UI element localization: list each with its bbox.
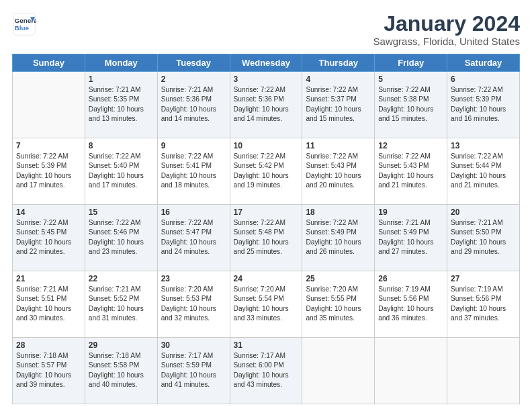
day-number: 23 xyxy=(161,274,226,283)
day-number: 16 xyxy=(161,208,226,217)
day-info: Sunrise: 7:22 AM Sunset: 5:47 PM Dayligh… xyxy=(161,218,226,257)
day-number: 24 xyxy=(234,274,299,283)
table-row: 21Sunrise: 7:21 AM Sunset: 5:51 PM Dayli… xyxy=(13,271,85,338)
day-number: 22 xyxy=(89,274,154,283)
day-info: Sunrise: 7:21 AM Sunset: 5:51 PM Dayligh… xyxy=(16,285,81,323)
table-row: 30Sunrise: 7:17 AM Sunset: 5:59 PM Dayli… xyxy=(157,338,230,404)
day-info: Sunrise: 7:20 AM Sunset: 5:53 PM Dayligh… xyxy=(161,285,226,323)
day-info: Sunrise: 7:21 AM Sunset: 5:36 PM Dayligh… xyxy=(161,85,226,124)
table-row: 6Sunrise: 7:22 AM Sunset: 5:39 PM Daylig… xyxy=(447,72,520,138)
table-row xyxy=(13,72,85,138)
day-number: 21 xyxy=(16,274,81,283)
day-info: Sunrise: 7:22 AM Sunset: 5:39 PM Dayligh… xyxy=(16,152,81,190)
day-number: 19 xyxy=(378,208,443,217)
day-info: Sunrise: 7:19 AM Sunset: 5:56 PM Dayligh… xyxy=(451,285,516,323)
day-info: Sunrise: 7:22 AM Sunset: 5:45 PM Dayligh… xyxy=(16,218,81,257)
header-sunday: Sunday xyxy=(13,54,85,72)
day-info: Sunrise: 7:22 AM Sunset: 5:43 PM Dayligh… xyxy=(378,152,443,190)
day-number: 2 xyxy=(161,75,226,84)
day-number: 20 xyxy=(451,208,516,217)
logo: General Blue xyxy=(12,12,36,36)
table-row: 31Sunrise: 7:17 AM Sunset: 6:00 PM Dayli… xyxy=(230,338,302,404)
day-number: 13 xyxy=(451,141,516,150)
table-row: 8Sunrise: 7:22 AM Sunset: 5:40 PM Daylig… xyxy=(85,138,157,205)
calendar-week-row: 21Sunrise: 7:21 AM Sunset: 5:51 PM Dayli… xyxy=(13,271,520,338)
table-row: 17Sunrise: 7:22 AM Sunset: 5:48 PM Dayli… xyxy=(230,205,302,271)
table-row: 22Sunrise: 7:21 AM Sunset: 5:52 PM Dayli… xyxy=(85,271,157,338)
day-number: 27 xyxy=(451,274,516,283)
table-row xyxy=(302,338,375,404)
calendar-week-row: 1Sunrise: 7:21 AM Sunset: 5:35 PM Daylig… xyxy=(13,72,520,138)
day-info: Sunrise: 7:22 AM Sunset: 5:40 PM Dayligh… xyxy=(89,152,154,190)
day-number: 3 xyxy=(234,75,299,84)
table-row: 14Sunrise: 7:22 AM Sunset: 5:45 PM Dayli… xyxy=(13,205,85,271)
logo-icon: General Blue xyxy=(12,12,36,36)
header-wednesday: Wednesday xyxy=(230,54,302,72)
day-info: Sunrise: 7:21 AM Sunset: 5:35 PM Dayligh… xyxy=(89,85,154,124)
header: General Blue January 2024 Sawgrass, Flor… xyxy=(12,12,520,47)
day-number: 14 xyxy=(16,208,81,217)
day-info: Sunrise: 7:22 AM Sunset: 5:49 PM Dayligh… xyxy=(306,218,371,257)
table-row: 24Sunrise: 7:20 AM Sunset: 5:54 PM Dayli… xyxy=(230,271,302,338)
table-row: 28Sunrise: 7:18 AM Sunset: 5:57 PM Dayli… xyxy=(13,338,85,404)
day-number: 12 xyxy=(378,141,443,150)
day-info: Sunrise: 7:18 AM Sunset: 5:58 PM Dayligh… xyxy=(89,351,154,390)
table-row xyxy=(447,338,520,404)
day-number: 8 xyxy=(89,141,154,150)
calendar-week-row: 14Sunrise: 7:22 AM Sunset: 5:45 PM Dayli… xyxy=(13,205,520,271)
day-number: 15 xyxy=(89,208,154,217)
day-number: 17 xyxy=(234,208,299,217)
table-row: 11Sunrise: 7:22 AM Sunset: 5:43 PM Dayli… xyxy=(302,138,375,205)
day-info: Sunrise: 7:20 AM Sunset: 5:55 PM Dayligh… xyxy=(306,285,371,323)
calendar-table: Sunday Monday Tuesday Wednesday Thursday… xyxy=(12,54,520,404)
day-info: Sunrise: 7:21 AM Sunset: 5:50 PM Dayligh… xyxy=(451,218,516,257)
day-number: 26 xyxy=(378,274,443,283)
table-row: 27Sunrise: 7:19 AM Sunset: 5:56 PM Dayli… xyxy=(447,271,520,338)
day-info: Sunrise: 7:22 AM Sunset: 5:44 PM Dayligh… xyxy=(451,152,516,190)
header-friday: Friday xyxy=(375,54,447,72)
table-row: 29Sunrise: 7:18 AM Sunset: 5:58 PM Dayli… xyxy=(85,338,157,404)
svg-text:Blue: Blue xyxy=(15,24,30,32)
day-info: Sunrise: 7:20 AM Sunset: 5:54 PM Dayligh… xyxy=(234,285,299,323)
table-row: 9Sunrise: 7:22 AM Sunset: 5:41 PM Daylig… xyxy=(157,138,230,205)
day-number: 28 xyxy=(16,340,81,350)
table-row: 16Sunrise: 7:22 AM Sunset: 5:47 PM Dayli… xyxy=(157,205,230,271)
calendar-title: January 2024 xyxy=(373,12,520,36)
title-block: January 2024 Sawgrass, Florida, United S… xyxy=(373,12,520,47)
table-row: 5Sunrise: 7:22 AM Sunset: 5:38 PM Daylig… xyxy=(375,72,447,138)
table-row: 2Sunrise: 7:21 AM Sunset: 5:36 PM Daylig… xyxy=(157,72,230,138)
day-number: 7 xyxy=(16,141,81,150)
day-number: 29 xyxy=(89,340,154,350)
calendar-subtitle: Sawgrass, Florida, United States xyxy=(373,36,520,47)
day-number: 30 xyxy=(161,340,226,350)
table-row: 3Sunrise: 7:22 AM Sunset: 5:36 PM Daylig… xyxy=(230,72,302,138)
table-row: 18Sunrise: 7:22 AM Sunset: 5:49 PM Dayli… xyxy=(302,205,375,271)
day-info: Sunrise: 7:17 AM Sunset: 6:00 PM Dayligh… xyxy=(234,351,299,390)
day-info: Sunrise: 7:22 AM Sunset: 5:41 PM Dayligh… xyxy=(161,152,226,190)
table-row: 12Sunrise: 7:22 AM Sunset: 5:43 PM Dayli… xyxy=(375,138,447,205)
day-number: 25 xyxy=(306,274,371,283)
weekday-header-row: Sunday Monday Tuesday Wednesday Thursday… xyxy=(13,54,520,72)
table-row: 26Sunrise: 7:19 AM Sunset: 5:56 PM Dayli… xyxy=(375,271,447,338)
day-number: 6 xyxy=(451,75,516,84)
header-tuesday: Tuesday xyxy=(157,54,230,72)
table-row xyxy=(375,338,447,404)
table-row: 13Sunrise: 7:22 AM Sunset: 5:44 PM Dayli… xyxy=(447,138,520,205)
table-row: 25Sunrise: 7:20 AM Sunset: 5:55 PM Dayli… xyxy=(302,271,375,338)
day-info: Sunrise: 7:21 AM Sunset: 5:49 PM Dayligh… xyxy=(378,218,443,257)
table-row: 4Sunrise: 7:22 AM Sunset: 5:37 PM Daylig… xyxy=(302,72,375,138)
day-number: 5 xyxy=(378,75,443,84)
day-info: Sunrise: 7:22 AM Sunset: 5:48 PM Dayligh… xyxy=(234,218,299,257)
table-row: 10Sunrise: 7:22 AM Sunset: 5:42 PM Dayli… xyxy=(230,138,302,205)
table-row: 15Sunrise: 7:22 AM Sunset: 5:46 PM Dayli… xyxy=(85,205,157,271)
day-info: Sunrise: 7:22 AM Sunset: 5:46 PM Dayligh… xyxy=(89,218,154,257)
table-row: 20Sunrise: 7:21 AM Sunset: 5:50 PM Dayli… xyxy=(447,205,520,271)
calendar-week-row: 28Sunrise: 7:18 AM Sunset: 5:57 PM Dayli… xyxy=(13,338,520,404)
header-thursday: Thursday xyxy=(302,54,375,72)
day-info: Sunrise: 7:18 AM Sunset: 5:57 PM Dayligh… xyxy=(16,351,81,390)
table-row: 1Sunrise: 7:21 AM Sunset: 5:35 PM Daylig… xyxy=(85,72,157,138)
day-info: Sunrise: 7:17 AM Sunset: 5:59 PM Dayligh… xyxy=(161,351,226,390)
calendar-week-row: 7Sunrise: 7:22 AM Sunset: 5:39 PM Daylig… xyxy=(13,138,520,205)
table-row: 23Sunrise: 7:20 AM Sunset: 5:53 PM Dayli… xyxy=(157,271,230,338)
day-info: Sunrise: 7:22 AM Sunset: 5:39 PM Dayligh… xyxy=(451,85,516,124)
